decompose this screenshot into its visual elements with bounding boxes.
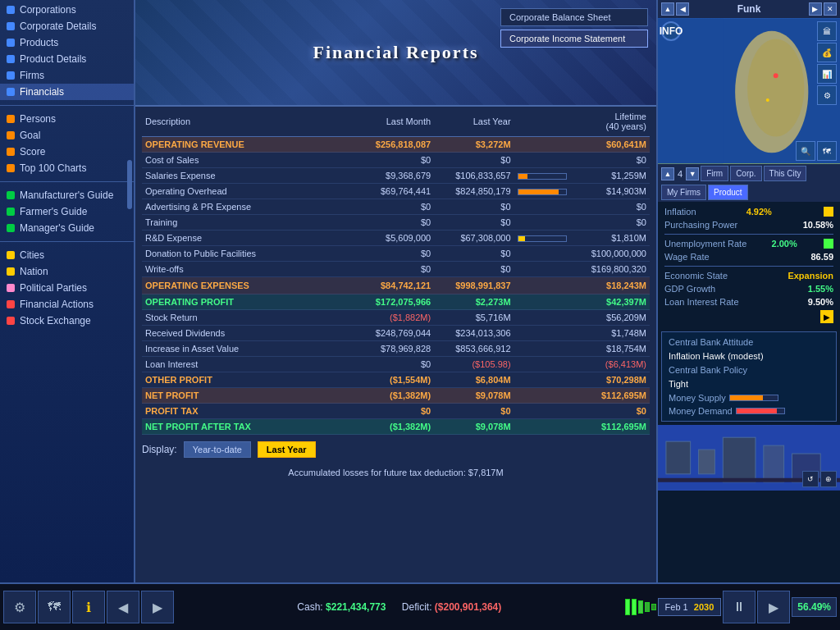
sidebar-scrollbar[interactable] bbox=[127, 160, 132, 209]
sidebar-item-financial-actions[interactable]: Financial Actions bbox=[0, 296, 134, 313]
cb-policy-row: Central Bank Policy bbox=[665, 363, 833, 377]
sidebar-item-manager-guide[interactable]: Manager's Guide bbox=[0, 220, 134, 236]
taskbar-btn-play[interactable]: ▶ bbox=[757, 591, 790, 623]
expand-stats-button[interactable]: ▶ bbox=[820, 310, 833, 323]
sidebar-item-manufacturer-guide[interactable]: Manufacturer's Guide bbox=[0, 187, 134, 203]
minimap-canvas: INFO 🏛 💰 📊 ⚙ 🔍 🗺 bbox=[658, 18, 840, 164]
cb-attitude-row: Central Bank Attitude bbox=[665, 336, 833, 349]
svg-point-4 bbox=[774, 73, 778, 78]
row-last-year: $106,833,657 bbox=[434, 168, 514, 184]
sidebar-item-cities[interactable]: Cities bbox=[0, 247, 134, 263]
money-demand-label: Money Demand bbox=[669, 406, 733, 416]
sidebar-item-products[interactable]: Products bbox=[0, 34, 134, 51]
unemployment-value: 2.00% bbox=[772, 239, 797, 249]
products-dot bbox=[7, 39, 15, 47]
last-year-button[interactable]: Last Year bbox=[258, 441, 316, 458]
date-box: Feb 1 2030 bbox=[658, 598, 722, 616]
game-map-preview: ↺ ⊕ bbox=[658, 425, 840, 491]
year-to-date-button[interactable]: Year-to-date bbox=[184, 441, 251, 458]
firm-button[interactable]: Firm bbox=[701, 166, 728, 181]
sidebar-item-top100[interactable]: Top 100 Charts bbox=[0, 160, 134, 176]
right-panel: ▲ ◀ Funk ▶ ✕ INFO 🏛 💰 bbox=[656, 0, 840, 582]
map-icon-2[interactable]: 💰 bbox=[817, 43, 837, 62]
money-demand-row: Money Demand bbox=[665, 404, 833, 418]
manufacturer-guide-dot bbox=[7, 191, 15, 199]
sidebar-item-nation[interactable]: Nation bbox=[0, 263, 134, 280]
row-last-month: $5,609,000 bbox=[345, 231, 434, 246]
row-bar bbox=[514, 215, 570, 231]
dropdown-balance-sheet[interactable]: Corporate Balance Sheet bbox=[500, 8, 648, 26]
nav-down-btn[interactable]: ▼ bbox=[686, 167, 699, 180]
city-nav-btn2[interactable]: ⊕ bbox=[820, 471, 837, 487]
minimap-left-btn[interactable]: ◀ bbox=[676, 2, 689, 16]
stats-divider-1 bbox=[664, 234, 833, 235]
taskbar-btn-map[interactable]: 🗺 bbox=[38, 591, 71, 623]
minimap-up-btn[interactable]: ▲ bbox=[661, 2, 674, 16]
sidebar-item-stock-exchange[interactable]: Stock Exchange bbox=[0, 313, 134, 329]
minimap-right-btn[interactable]: ▶ bbox=[809, 2, 822, 16]
row-last-month: $0 bbox=[345, 404, 434, 419]
map-icon-3[interactable]: 📊 bbox=[817, 64, 837, 84]
table-row: OPERATING EXPENSES $84,742,121 $998,991,… bbox=[142, 277, 650, 294]
nav-number: 4 bbox=[678, 169, 682, 179]
taskbar-btn-pause[interactable]: ⏸ bbox=[723, 591, 756, 623]
sidebar-item-financials[interactable]: Financials bbox=[0, 84, 134, 100]
city-nav-btn1[interactable]: ↺ bbox=[802, 471, 819, 487]
sidebar-item-corporations[interactable]: Corporations bbox=[0, 2, 134, 18]
table-row: OPERATING REVENUE $256,818,087 $3,272M $… bbox=[142, 137, 650, 153]
taskbar-btn-info[interactable]: ℹ bbox=[72, 591, 105, 623]
bottom-taskbar: ⚙ 🗺 ℹ ◀ ▶ Cash: $221,434,773 Deficit: ($… bbox=[0, 582, 840, 630]
wage-rate-value: 86.59 bbox=[810, 252, 833, 262]
minimap-close-btn[interactable]: ✕ bbox=[824, 2, 837, 16]
financial-reports-title: Financial Reports bbox=[313, 42, 478, 63]
product-button[interactable]: Product bbox=[708, 185, 747, 200]
corp-button[interactable]: Corp. bbox=[730, 166, 761, 181]
info-button[interactable]: INFO bbox=[661, 21, 681, 41]
table-area: Description Last Month Last Year Lifetim… bbox=[135, 107, 656, 435]
cities-dot bbox=[7, 251, 15, 259]
score-dot bbox=[7, 148, 15, 156]
row-last-year: $998,991,837 bbox=[434, 277, 514, 294]
this-city-button[interactable]: This City bbox=[764, 166, 807, 181]
rd-bar-fill bbox=[518, 236, 526, 241]
nav-up-btn[interactable]: ▲ bbox=[661, 167, 674, 180]
dropdown-income-statement[interactable]: Corporate Income Statement bbox=[500, 30, 648, 48]
sidebar-item-farmer-guide[interactable]: Farmer's Guide bbox=[0, 203, 134, 220]
row-desc: Salaries Expense bbox=[142, 168, 345, 184]
money-supply-row: Money Supply bbox=[665, 391, 833, 404]
map-icon-4[interactable]: ⚙ bbox=[817, 85, 837, 105]
table-row: Loan Interest $0 ($105.98) ($6,413M) bbox=[142, 357, 650, 372]
wage-rate-row: Wage Rate 86.59 bbox=[661, 250, 837, 263]
sidebar-item-political-parties[interactable]: Political Parties bbox=[0, 280, 134, 296]
cb-policy-value: Tight bbox=[669, 379, 688, 389]
sidebar-item-goal[interactable]: Goal bbox=[0, 127, 134, 144]
row-desc: Operating Overhead bbox=[142, 184, 345, 199]
wage-rate-label: Wage Rate bbox=[664, 252, 710, 262]
row-last-year: $234,013,306 bbox=[434, 326, 514, 341]
taskbar-btn-back[interactable]: ◀ bbox=[107, 591, 139, 623]
loan-interest-label: Loan Interest Rate bbox=[664, 297, 739, 307]
table-row: Donation to Public Facilities $0 $0 $100… bbox=[142, 246, 650, 262]
inflation-indicator bbox=[824, 207, 833, 217]
my-firms-button[interactable]: My Firms bbox=[661, 185, 706, 200]
sidebar-item-score[interactable]: Score bbox=[0, 144, 134, 160]
top100-dot bbox=[7, 164, 15, 172]
row-lifetime: $1,259M bbox=[570, 168, 650, 184]
table-row: Operating Overhead $69,764,441 $824,850,… bbox=[142, 184, 650, 199]
map-icon-1[interactable]: 🏛 bbox=[817, 21, 837, 41]
row-last-month: $0 bbox=[345, 215, 434, 231]
sidebar-item-product-details[interactable]: Product Details bbox=[0, 51, 134, 67]
sidebar-item-corporate-details[interactable]: Corporate Details bbox=[0, 18, 134, 34]
map-icon-6[interactable]: 🗺 bbox=[817, 141, 837, 161]
rd-bar bbox=[518, 235, 567, 242]
gdp-growth-value: 1.55% bbox=[808, 284, 833, 294]
row-bar bbox=[514, 341, 570, 357]
sidebar-item-persons[interactable]: Persons bbox=[0, 111, 134, 127]
central-bank-section: Central Bank Attitude Inflation Hawk (mo… bbox=[661, 331, 837, 422]
sidebar-item-firms[interactable]: Firms bbox=[0, 67, 134, 84]
row-lifetime: $70,298M bbox=[570, 372, 650, 388]
taskbar-btn-forward[interactable]: ▶ bbox=[141, 591, 174, 623]
taskbar-btn-tools[interactable]: ⚙ bbox=[3, 591, 36, 623]
col-description: Description bbox=[142, 107, 345, 137]
map-icon-5[interactable]: 🔍 bbox=[796, 141, 815, 161]
